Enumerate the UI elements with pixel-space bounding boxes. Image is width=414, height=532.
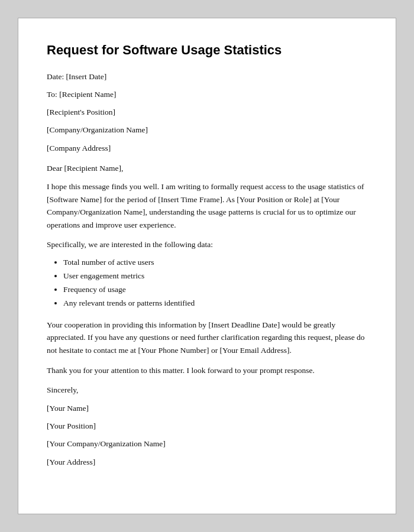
paragraph-1: I hope this message finds you well. I am… (47, 180, 367, 231)
paragraph-3: Thank you for your attention to this mat… (47, 364, 367, 377)
company-name-field: [Company/Organization Name] (47, 124, 367, 136)
salutation: Dear [Recipient Name], (47, 163, 367, 174)
your-name-field: [Your Name] (47, 403, 367, 414)
position-field: [Recipient's Position] (47, 106, 367, 118)
list-item: Any relevant trends or patterns identifi… (63, 297, 367, 310)
document-container: Request for Software Usage Statistics Da… (18, 18, 396, 514)
document-title: Request for Software Usage Statistics (47, 42, 367, 59)
your-company-field: [Your Company/Organization Name] (47, 438, 367, 450)
list-item: User engagement metrics (63, 270, 367, 283)
to-field: To: [Recipient Name] (47, 89, 367, 100)
list-intro: Specifically, we are interested in the f… (47, 238, 367, 251)
your-address-field: [Your Address] (47, 456, 367, 468)
paragraph-2: Your cooperation in providing this infor… (47, 319, 367, 357)
closing: Sincerely, (47, 384, 367, 397)
your-position-field: [Your Position] (47, 420, 367, 432)
date-field: Date: [Insert Date] (47, 71, 367, 83)
company-address-field: [Company Address] (47, 142, 367, 154)
data-list: Total number of active users User engage… (63, 256, 367, 310)
list-item: Frequency of usage (63, 283, 367, 297)
list-item: Total number of active users (63, 256, 367, 270)
